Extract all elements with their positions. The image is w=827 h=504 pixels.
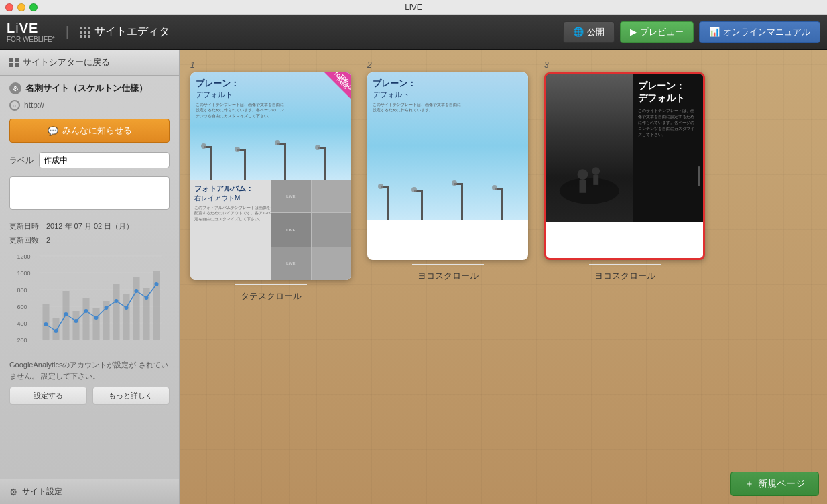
manual-button[interactable]: 📊 オンラインマニュアル [699, 21, 820, 43]
live-thumb-4 [312, 213, 352, 246]
preview-button[interactable]: ▶ プレビュー [620, 21, 694, 43]
window-title: LiVE [405, 3, 422, 12]
close-button[interactable] [5, 3, 13, 11]
scroll-indicator [698, 166, 700, 186]
page-number-1: 1 [190, 60, 195, 70]
svg-rect-44 [284, 143, 286, 180]
svg-point-62 [560, 178, 619, 204]
minimize-button[interactable] [17, 3, 25, 11]
svg-point-61 [492, 185, 497, 190]
svg-rect-16 [83, 298, 90, 340]
svg-point-55 [411, 187, 417, 192]
card3-body: このサイトテンプレートは、画像や文章を自由に設定するために作られています。各ペー… [638, 108, 698, 138]
svg-point-29 [94, 316, 99, 320]
svg-point-43 [235, 147, 240, 152]
svg-point-34 [145, 296, 149, 300]
svg-point-30 [105, 306, 109, 310]
live-thumb-6 [312, 247, 352, 280]
site-icon: ⚙ [9, 82, 21, 94]
chart-svg: 1200 1000 800 600 400 200 [9, 251, 170, 351]
site-url: http:// [24, 101, 44, 110]
page-number-2: 2 [367, 60, 372, 70]
card-frame-2[interactable]: プレーン： デフォルト このサイトテンプレートは、画像や文章を自由に設定するため… [367, 72, 528, 260]
page-card-1: 1 TOP PAGE TOPPAGE プレーン： デフォルト [190, 60, 351, 308]
page-number-3: 3 [544, 60, 549, 70]
card2-label: ヨコスクロール [412, 264, 484, 288]
analytics-detail-button[interactable]: もっと詳しく [92, 387, 170, 405]
live-thumb-1: LiVE [271, 180, 311, 212]
manual-icon: 📊 [709, 27, 720, 37]
svg-rect-59 [501, 188, 503, 220]
app-name-text: サイトエディタ [94, 25, 170, 39]
svg-rect-53 [421, 190, 423, 220]
main-layout: サイトシアターに戻る ⚙ 名刺サイト（スケルトン仕様） ○ http:// 💬 … [0, 50, 827, 504]
analytics-buttons: 設定する もっと詳しく [9, 387, 170, 405]
publish-icon: 🌐 [573, 27, 584, 37]
svg-rect-23 [153, 271, 160, 340]
svg-rect-22 [143, 288, 150, 340]
svg-text:800: 800 [17, 287, 27, 294]
svg-point-33 [135, 289, 139, 293]
notify-button[interactable]: 💬 みんなに知らせる [9, 119, 170, 143]
publish-button[interactable]: 🌐 公開 [563, 21, 615, 43]
svg-rect-15 [73, 311, 80, 340]
svg-rect-50 [387, 186, 389, 220]
svg-rect-56 [461, 183, 463, 220]
svg-point-58 [452, 180, 457, 186]
svg-text:1200: 1200 [17, 253, 31, 260]
svg-rect-13 [53, 318, 60, 340]
new-page-button[interactable]: ＋ 新規ページ [730, 472, 819, 496]
page-card-2: 2 プレーン： デフォルト このサイトテンプレートは、画像や文章を自由に設定する… [367, 60, 528, 288]
svg-rect-38 [210, 146, 212, 180]
analytics-note: GoogleAnalyticsのアカウントが設定が されていません。 設定して下… [9, 359, 170, 381]
site-settings-text: サイト設定 [22, 486, 62, 497]
svg-point-35 [155, 282, 159, 286]
card2-subtitle: デフォルト [373, 90, 523, 100]
top-page-ribbon: TOP PAGE TOPPAGE [298, 72, 351, 129]
update-count: 更新回数 2 [9, 235, 170, 246]
svg-text:200: 200 [17, 337, 27, 344]
svg-text:1000: 1000 [17, 270, 31, 277]
header: LiVE FOR WEBLIFE* | サイトエディタ 🌐 公開 ▶ プレビュー… [0, 15, 827, 50]
card-frame-1[interactable]: TOP PAGE TOPPAGE プレーン： デフォルト このサイトテンプレート… [190, 72, 351, 280]
card3-label: ヨコスクロール [589, 264, 661, 288]
svg-point-32 [125, 306, 129, 310]
back-to-theater-button[interactable]: サイトシアターに戻る [0, 50, 179, 76]
gear-icon: ⚙ [9, 487, 18, 497]
svg-point-40 [201, 143, 206, 149]
site-name: 名刺サイト（スケルトン仕様） [25, 82, 147, 94]
app-logo: LiVE [7, 21, 55, 35]
memo-textarea[interactable] [9, 176, 170, 210]
live-thumb-5: LiVE [271, 247, 311, 280]
label-select[interactable]: 作成中 [39, 152, 170, 168]
analytics-settings-button[interactable]: 設定する [9, 387, 87, 405]
sidebar-footer[interactable]: ⚙ サイト設定 [0, 479, 179, 504]
url-row: ○ http:// [9, 100, 170, 111]
svg-point-65 [592, 167, 600, 175]
label-row: ラベル 作成中 [9, 152, 170, 168]
app-name-area: サイトエディタ [80, 25, 170, 39]
svg-point-46 [275, 140, 280, 145]
site-name-row: ⚙ 名刺サイト（スケルトン仕様） [9, 82, 170, 94]
notify-icon: 💬 [48, 126, 58, 136]
logo-area: LiVE FOR WEBLIFE* | サイトエディタ [7, 21, 563, 43]
main-content: 1 TOP PAGE TOPPAGE プレーン： デフォルト [180, 50, 827, 504]
card1-label: タテスクロール [235, 284, 307, 308]
svg-rect-66 [593, 175, 598, 185]
svg-point-24 [44, 322, 48, 326]
svg-point-49 [315, 145, 320, 150]
svg-point-28 [84, 309, 88, 313]
svg-point-52 [378, 184, 383, 189]
preview-icon: ▶ [630, 27, 637, 37]
svg-point-27 [74, 319, 78, 323]
maximize-button[interactable] [29, 3, 38, 11]
header-separator: | [66, 24, 69, 40]
svg-text:400: 400 [17, 320, 27, 327]
card3-title: プレーン：デフォルト [638, 80, 698, 104]
svg-point-31 [115, 299, 119, 303]
header-buttons: 🌐 公開 ▶ プレビュー 📊 オンラインマニュアル [563, 21, 820, 43]
card2-streetlights [367, 180, 528, 220]
svg-rect-41 [244, 149, 246, 180]
live-thumb-3: LiVE [271, 213, 311, 246]
card-frame-3[interactable]: プレーン：デフォルト このサイトテンプレートは、画像や文章を自由に設定するために… [544, 72, 705, 260]
